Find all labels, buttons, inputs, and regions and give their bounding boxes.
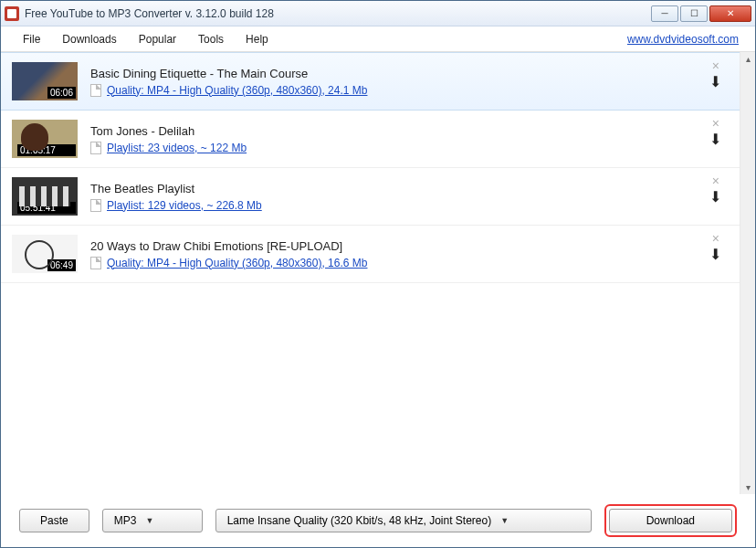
chevron-down-icon: ▼ bbox=[500, 516, 509, 525]
maximize-button[interactable]: ☐ bbox=[680, 5, 708, 22]
list-item[interactable]: 01:05:17 Tom Jones - Delilah Playlist: 2… bbox=[1, 111, 740, 168]
download-highlight: Download bbox=[604, 504, 737, 537]
menu-file[interactable]: File bbox=[12, 29, 51, 49]
item-title: 20 Ways to Draw Chibi Emotions [RE-UPLOA… bbox=[90, 239, 702, 253]
list-item[interactable]: 05:51:41 The Beatles Playlist Playlist: … bbox=[1, 168, 740, 226]
quality-value: Lame Insane Quality (320 Kbit/s, 48 kHz,… bbox=[227, 514, 491, 527]
item-quality-link[interactable]: Playlist: 129 videos, ~ 226.8 Mb bbox=[107, 199, 262, 212]
thumbnail: 01:05:17 bbox=[12, 120, 78, 158]
window-controls: ─ ☐ ✕ bbox=[651, 5, 751, 22]
item-meta: Tom Jones - Delilah Playlist: 23 videos,… bbox=[90, 124, 702, 154]
remove-item-icon[interactable]: × bbox=[712, 58, 719, 73]
app-icon bbox=[5, 6, 19, 21]
app-window: Free YouTube to MP3 Converter v. 3.12.0 … bbox=[0, 0, 756, 548]
thumbnail: 05:51:41 bbox=[12, 177, 78, 216]
menu-help[interactable]: Help bbox=[235, 29, 279, 49]
item-meta: 20 Ways to Draw Chibi Emotions [RE-UPLOA… bbox=[90, 239, 702, 269]
minimize-button[interactable]: ─ bbox=[651, 5, 678, 22]
item-quality-link[interactable]: Quality: MP4 - High Quality (360p, 480x3… bbox=[107, 84, 367, 97]
duration-badge: 01:05:17 bbox=[17, 144, 76, 156]
window-title: Free YouTube to MP3 Converter v. 3.12.0 … bbox=[25, 7, 651, 20]
remove-item-icon[interactable]: × bbox=[712, 231, 719, 246]
download-button[interactable]: Download bbox=[609, 509, 732, 532]
item-title: Basic Dining Etiquette - The Main Course bbox=[90, 67, 702, 80]
file-icon bbox=[90, 257, 101, 269]
paste-button[interactable]: Paste bbox=[19, 509, 89, 532]
item-quality-link[interactable]: Playlist: 23 videos, ~ 122 Mb bbox=[107, 142, 247, 154]
close-button[interactable]: ✕ bbox=[709, 5, 751, 22]
format-value: MP3 bbox=[114, 514, 137, 527]
item-meta: The Beatles Playlist Playlist: 129 video… bbox=[90, 182, 702, 212]
chevron-down-icon: ▼ bbox=[145, 516, 153, 525]
site-link[interactable]: www.dvdvideosoft.com bbox=[627, 33, 744, 46]
menubar: File Downloads Popular Tools Help www.dv… bbox=[1, 26, 755, 52]
list-item[interactable]: 06:49 20 Ways to Draw Chibi Emotions [RE… bbox=[1, 226, 740, 283]
file-icon bbox=[90, 84, 101, 97]
item-title: Tom Jones - Delilah bbox=[90, 124, 702, 138]
thumbnail: 06:06 bbox=[12, 62, 78, 100]
menu-popular[interactable]: Popular bbox=[128, 29, 187, 49]
file-icon bbox=[90, 142, 101, 154]
remove-item-icon[interactable]: × bbox=[712, 174, 719, 188]
file-icon bbox=[90, 199, 101, 212]
menu-downloads[interactable]: Downloads bbox=[51, 29, 127, 49]
quality-select[interactable]: Lame Insane Quality (320 Kbit/s, 48 kHz,… bbox=[215, 509, 592, 532]
format-select[interactable]: MP3 ▼ bbox=[102, 509, 203, 532]
item-quality-link[interactable]: Quality: MP4 - High Quality (360p, 480x3… bbox=[107, 257, 367, 269]
list-item[interactable]: 06:06 Basic Dining Etiquette - The Main … bbox=[1, 52, 740, 111]
bottombar: Paste MP3 ▼ Lame Insane Quality (320 Kbi… bbox=[1, 494, 755, 547]
download-list: 06:06 Basic Dining Etiquette - The Main … bbox=[1, 52, 740, 494]
duration-badge: 05:51:41 bbox=[17, 202, 76, 214]
menu-tools[interactable]: Tools bbox=[187, 29, 235, 49]
scrollbar[interactable]: ▴ ▾ bbox=[740, 52, 755, 494]
duration-badge: 06:06 bbox=[47, 87, 76, 99]
duration-badge: 06:49 bbox=[47, 259, 76, 271]
scroll-up-icon[interactable]: ▴ bbox=[746, 54, 751, 64]
scroll-down-icon[interactable]: ▾ bbox=[746, 482, 751, 492]
titlebar[interactable]: Free YouTube to MP3 Converter v. 3.12.0 … bbox=[1, 1, 755, 26]
item-meta: Basic Dining Etiquette - The Main Course… bbox=[90, 67, 702, 97]
content-area: 06:06 Basic Dining Etiquette - The Main … bbox=[1, 52, 755, 494]
remove-item-icon[interactable]: × bbox=[712, 116, 719, 131]
thumbnail: 06:49 bbox=[12, 235, 78, 273]
item-title: The Beatles Playlist bbox=[90, 182, 702, 195]
